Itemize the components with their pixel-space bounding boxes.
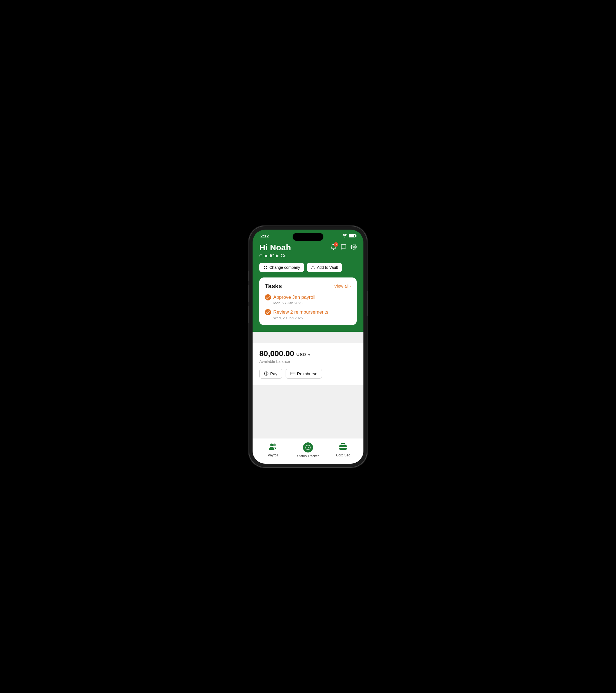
balance-dropdown-icon[interactable]: ▾ bbox=[308, 352, 310, 357]
payroll-icon bbox=[268, 442, 278, 452]
view-all-label: View all bbox=[334, 284, 349, 289]
message-button[interactable] bbox=[340, 244, 346, 251]
svg-rect-14 bbox=[341, 443, 345, 446]
settings-button[interactable] bbox=[351, 244, 357, 251]
section-divider bbox=[253, 332, 363, 343]
pay-icon bbox=[264, 371, 269, 376]
view-all-button[interactable]: View all › bbox=[334, 284, 351, 289]
payroll-label: Payroll bbox=[268, 453, 278, 457]
task-item[interactable]: Review 2 reimbursements Wed, 29 Jan 2025 bbox=[265, 309, 351, 320]
svg-rect-7 bbox=[291, 372, 295, 375]
balance-row: 80,000.00 USD ▾ bbox=[259, 349, 357, 358]
svg-rect-4 bbox=[266, 268, 267, 269]
side-button-volume-down bbox=[248, 306, 249, 323]
grid-icon bbox=[263, 265, 268, 270]
reimburse-label: Reimburse bbox=[297, 371, 318, 376]
status-bar: 2:12 bbox=[253, 230, 363, 239]
status-time: 2:12 bbox=[260, 234, 269, 238]
corp-sec-label: Corp Sec bbox=[336, 453, 350, 457]
corp-sec-icon bbox=[339, 442, 347, 452]
pay-label: Pay bbox=[270, 371, 277, 376]
phone-screen: 2:12 Hi Noah bbox=[253, 230, 363, 464]
status-tracker-icon bbox=[303, 442, 313, 453]
upload-icon bbox=[311, 265, 315, 270]
reimburse-icon bbox=[290, 372, 295, 375]
header-section: Hi Noah 3 bbox=[253, 239, 363, 332]
status-tracker-label: Status Tracker bbox=[297, 454, 319, 458]
svg-rect-1 bbox=[264, 266, 265, 267]
tasks-title: Tasks bbox=[265, 282, 282, 290]
task-2-date: Wed, 29 Jan 2025 bbox=[273, 316, 351, 320]
tasks-header: Tasks View all › bbox=[265, 282, 351, 290]
screen-content: 2:12 Hi Noah bbox=[253, 230, 363, 464]
side-button-mute bbox=[248, 271, 249, 281]
phone-frame: 2:12 Hi Noah bbox=[249, 226, 367, 467]
side-button-power bbox=[367, 291, 368, 316]
balance-actions: Pay Reimburse bbox=[259, 369, 357, 379]
nav-item-status-tracker[interactable]: Status Tracker bbox=[290, 442, 325, 458]
change-company-label: Change company bbox=[270, 265, 300, 270]
pay-button[interactable]: Pay bbox=[259, 369, 282, 379]
tasks-card: Tasks View all › bbox=[259, 277, 357, 325]
balance-label: Available balance bbox=[259, 359, 357, 364]
task-1-name: Approve Jan payroll bbox=[273, 295, 315, 300]
svg-point-16 bbox=[342, 447, 344, 448]
task-link-icon bbox=[265, 294, 271, 300]
header-icons: 3 bbox=[331, 244, 357, 251]
bottom-gap bbox=[253, 385, 363, 438]
task-name: Review 2 reimbursements bbox=[265, 309, 351, 315]
company-name: CloudGrid Co. bbox=[259, 253, 357, 258]
task-name: Approve Jan payroll bbox=[265, 294, 351, 300]
change-company-button[interactable]: Change company bbox=[259, 263, 304, 272]
task-2-name: Review 2 reimbursements bbox=[273, 310, 329, 315]
action-buttons: Change company Add to Vault bbox=[259, 263, 357, 272]
notification-wrapper[interactable]: 3 bbox=[331, 244, 337, 251]
chevron-right-icon: › bbox=[350, 284, 351, 289]
notification-badge: 3 bbox=[334, 242, 338, 247]
task-link-icon-2 bbox=[265, 309, 271, 315]
add-to-vault-button[interactable]: Add to Vault bbox=[307, 263, 342, 272]
balance-currency: USD bbox=[297, 352, 306, 357]
svg-point-10 bbox=[270, 443, 273, 446]
reimburse-button[interactable]: Reimburse bbox=[285, 369, 322, 379]
task-item[interactable]: Approve Jan payroll Mon, 27 Jan 2025 bbox=[265, 294, 351, 305]
add-to-vault-label: Add to Vault bbox=[317, 265, 338, 270]
svg-rect-3 bbox=[264, 268, 265, 269]
balance-section: 80,000.00 USD ▾ Available balance Pay bbox=[253, 343, 363, 385]
svg-point-0 bbox=[353, 246, 355, 248]
svg-point-11 bbox=[273, 443, 276, 446]
battery-fill bbox=[350, 235, 354, 237]
wifi-icon bbox=[342, 234, 347, 238]
dynamic-island bbox=[293, 233, 323, 241]
bottom-navigation: Payroll Status Tracker bbox=[253, 438, 363, 464]
svg-rect-2 bbox=[266, 266, 267, 267]
nav-item-corp-sec[interactable]: Corp Sec bbox=[326, 442, 361, 458]
balance-amount: 80,000.00 bbox=[259, 349, 294, 358]
header-top: Hi Noah 3 bbox=[259, 243, 357, 252]
side-button-volume-up bbox=[248, 285, 249, 302]
greeting-text: Hi Noah bbox=[259, 243, 291, 252]
battery-icon bbox=[349, 234, 356, 237]
nav-item-payroll[interactable]: Payroll bbox=[255, 442, 290, 458]
task-1-date: Mon, 27 Jan 2025 bbox=[273, 301, 351, 305]
status-icons bbox=[342, 234, 356, 238]
